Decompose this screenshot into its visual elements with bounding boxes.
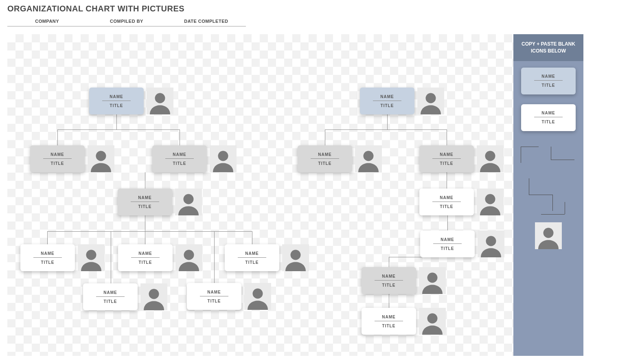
avatar-icon[interactable] [147, 88, 173, 114]
connector [180, 129, 180, 145]
org-chart-canvas[interactable]: NAMETITLE NAMETITLE NAMETITLE NAMETITLE … [7, 34, 513, 356]
svg-point-16 [544, 228, 554, 238]
node-title: TITLE [110, 101, 123, 108]
org-node[interactable]: NAMETITLE [30, 145, 85, 172]
node-name: NAME [375, 315, 403, 321]
svg-point-7 [149, 289, 159, 299]
connector [57, 129, 180, 130]
node-name: NAME [311, 152, 339, 159]
avatar-icon[interactable] [78, 244, 105, 271]
node-title: TITLE [41, 258, 55, 265]
org-node[interactable]: NAMETITLE [89, 88, 144, 114]
node-title: TITLE [138, 202, 152, 209]
connector [145, 172, 145, 189]
node-title: TITLE [51, 159, 64, 166]
stencil-sidebar: COPY + PASTE BLANK ICONS BELOW NAME TITL… [513, 34, 583, 356]
org-node[interactable]: NAMETITLE [152, 145, 207, 172]
connector [447, 215, 448, 230]
svg-point-14 [427, 273, 438, 283]
avatar-icon[interactable] [477, 145, 504, 172]
stencil-title: TITLE [542, 117, 555, 124]
avatar-icon[interactable] [355, 145, 382, 172]
avatar-icon[interactable] [140, 283, 167, 310]
node-name: NAME [238, 251, 266, 258]
org-node[interactable]: NAMETITLE [83, 283, 138, 310]
stencil-connectors[interactable] [518, 141, 579, 214]
org-node[interactable]: NAMETITLE [20, 244, 75, 271]
node-title: TITLE [382, 281, 396, 287]
stencil-avatar-icon[interactable] [535, 222, 562, 249]
org-node[interactable]: NAMETITLE [225, 244, 279, 271]
node-title: TITLE [382, 321, 396, 328]
svg-point-6 [291, 250, 301, 260]
node-name: NAME [43, 152, 72, 159]
svg-point-12 [485, 194, 495, 204]
node-title: TITLE [318, 159, 332, 166]
node-name: NAME [433, 237, 462, 244]
node-name: NAME [200, 290, 228, 296]
org-node[interactable]: NAMETITLE [187, 283, 241, 310]
org-node[interactable]: NAMETITLE [362, 308, 416, 335]
node-title: TITLE [173, 159, 186, 166]
org-node[interactable]: NAMETITLE [419, 189, 474, 215]
avatar-icon[interactable] [419, 267, 446, 294]
meta-bar: COMPANY COMPILED BY DATE COMPLETED [7, 16, 246, 26]
node-title: TITLE [381, 101, 394, 108]
node-name: NAME [432, 195, 461, 202]
avatar-icon[interactable] [244, 283, 271, 310]
svg-point-4 [86, 250, 96, 260]
org-node[interactable]: NAMETITLE [118, 244, 173, 271]
avatar-icon[interactable] [175, 189, 202, 215]
connector [47, 231, 252, 232]
connector [145, 231, 145, 244]
node-title: TITLE [441, 244, 454, 251]
avatar-icon[interactable] [210, 145, 237, 172]
svg-point-1 [96, 151, 106, 161]
connector [325, 129, 447, 130]
connector [111, 231, 111, 283]
stencil-name: NAME [534, 111, 563, 117]
stencil-card-white[interactable]: NAME TITLE [521, 104, 576, 131]
org-node[interactable]: NAMETITLE [419, 145, 474, 172]
org-node[interactable]: NAMETITLE [298, 145, 352, 172]
org-node[interactable]: NAMETITLE [420, 230, 475, 257]
node-name: NAME [373, 94, 401, 101]
org-node[interactable]: NAMETITLE [360, 88, 414, 114]
connector [145, 215, 145, 232]
svg-point-3 [184, 194, 194, 204]
connector [389, 257, 389, 267]
svg-point-10 [364, 151, 374, 161]
svg-point-15 [427, 314, 438, 324]
node-name: NAME [165, 152, 194, 159]
avatar-icon[interactable] [477, 189, 504, 215]
node-name: NAME [432, 152, 461, 159]
connector [389, 294, 389, 308]
avatar-icon[interactable] [478, 230, 504, 257]
avatar-icon[interactable] [419, 308, 446, 335]
connector [325, 129, 325, 145]
node-title: TITLE [245, 258, 259, 265]
org-node[interactable]: NAMETITLE [362, 267, 416, 294]
svg-point-11 [485, 151, 495, 161]
stencil-name: NAME [534, 74, 563, 81]
stencil-card-blue[interactable]: NAME TITLE [521, 68, 576, 94]
node-name: NAME [131, 195, 159, 202]
stencil-title: TITLE [542, 81, 555, 88]
connector [116, 114, 117, 129]
node-title: TITLE [104, 297, 117, 304]
connector [447, 129, 447, 145]
avatar-icon[interactable] [88, 145, 114, 172]
page-title: ORGANIZATIONAL CHART WITH PICTURES [7, 4, 184, 13]
org-node[interactable]: NAMETITLE [118, 189, 172, 215]
node-name: NAME [96, 290, 125, 297]
avatar-icon[interactable] [282, 244, 309, 271]
avatar-icon[interactable] [175, 244, 202, 271]
avatar-icon[interactable] [417, 88, 444, 114]
connector [252, 231, 252, 244]
node-title: TITLE [208, 296, 221, 303]
connector [57, 129, 58, 145]
svg-point-2 [218, 151, 228, 161]
sidebar-heading: COPY + PASTE BLANK ICONS BELOW [513, 34, 583, 61]
svg-point-5 [184, 250, 194, 260]
svg-point-8 [253, 289, 263, 299]
